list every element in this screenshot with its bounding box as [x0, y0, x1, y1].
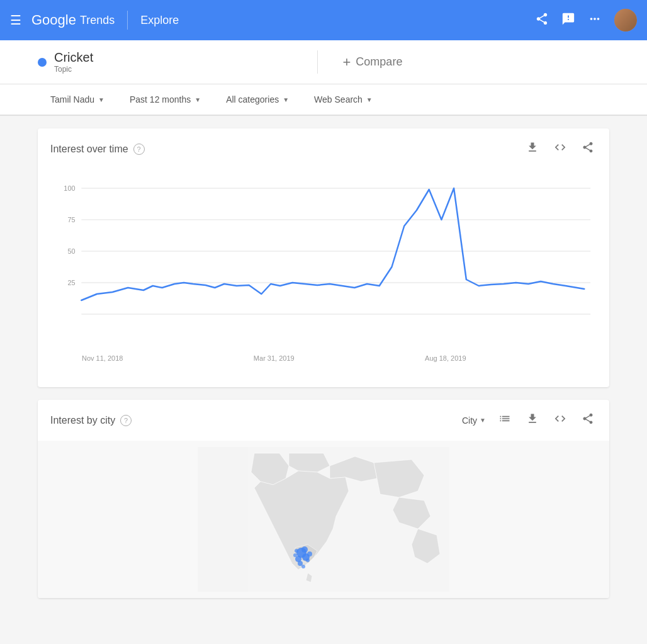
chart-area: 100 75 50 25 Nov 11, 2018 Mar 31, 2019 A… [38, 169, 609, 387]
share-chart-icon[interactable] [579, 138, 597, 159]
trend-line [81, 188, 584, 300]
search-term-type: Topic [54, 65, 93, 74]
header-explore-label: Explore [140, 14, 179, 27]
interest-by-city-actions: City ▼ [462, 410, 597, 431]
search-type-label: Web Search [314, 94, 363, 105]
city-card-title-group: Interest by city ? [50, 415, 132, 426]
logo: Google Trends [31, 12, 115, 28]
map-area [38, 441, 609, 598]
logo-trends: Trends [80, 14, 115, 27]
feedback-icon[interactable] [561, 12, 575, 29]
interest-over-time-help-icon[interactable]: ? [133, 144, 145, 155]
map-type-dropdown[interactable]: City ▼ [462, 415, 486, 426]
search-term-dot [38, 58, 47, 67]
interest-by-city-header: Interest by city ? City ▼ [38, 400, 609, 441]
search-type-arrow-icon: ▼ [366, 96, 373, 103]
time-range-filter[interactable]: Past 12 months ▼ [117, 84, 213, 115]
svg-text:100: 100 [64, 184, 75, 192]
share-icon[interactable] [535, 12, 549, 29]
svg-rect-20 [198, 447, 248, 592]
avatar-image [614, 9, 637, 31]
world-map [198, 447, 449, 592]
embed-map-icon[interactable] [551, 410, 569, 431]
svg-point-18 [301, 565, 305, 568]
filters-bar: Tamil Nadu ▼ Past 12 months ▼ All catego… [0, 84, 647, 116]
interest-over-time-actions [524, 138, 597, 159]
logo-google: Google [31, 12, 76, 28]
share-map-icon[interactable] [579, 410, 597, 431]
svg-text:50: 50 [67, 247, 75, 255]
app-header: ☰ Google Trends Explore [0, 0, 647, 40]
category-arrow-icon: ▼ [283, 96, 289, 103]
list-view-icon[interactable] [496, 410, 514, 431]
region-filter[interactable]: Tamil Nadu ▼ [38, 84, 117, 115]
interest-chart: 100 75 50 25 [50, 176, 597, 352]
category-filter[interactable]: All categories ▼ [213, 84, 301, 115]
compare-label: Compare [356, 55, 402, 69]
category-label: All categories [226, 94, 279, 105]
embed-icon[interactable] [551, 138, 569, 159]
x-label-3: Aug 18, 2019 [425, 354, 466, 362]
search-term-name: Cricket [54, 50, 93, 65]
interest-by-city-help-icon[interactable]: ? [120, 415, 132, 426]
svg-point-14 [307, 551, 312, 556]
header-right [535, 9, 637, 31]
map-type-arrow-icon: ▼ [480, 417, 486, 424]
interest-over-time-title: Interest over time [50, 144, 128, 155]
compare-section[interactable]: + Compare [330, 54, 610, 71]
compare-plus-icon: + [343, 54, 351, 71]
svg-text:75: 75 [67, 216, 75, 223]
svg-point-13 [301, 546, 308, 553]
user-avatar[interactable] [614, 9, 637, 31]
search-term-info: Cricket Topic [54, 50, 93, 74]
main-content: Interest over time ? [0, 116, 647, 611]
time-range-label: Past 12 months [130, 94, 191, 105]
region-arrow-icon: ▼ [98, 96, 104, 103]
svg-point-17 [306, 558, 310, 562]
download-map-icon[interactable] [524, 410, 541, 431]
svg-point-19 [293, 553, 297, 557]
search-term-section: Cricket Topic [38, 50, 318, 74]
time-range-arrow-icon: ▼ [194, 96, 201, 103]
chart-x-labels: Nov 11, 2018 Mar 31, 2019 Aug 18, 2019 [50, 354, 597, 362]
header-divider [127, 11, 128, 30]
x-label-1: Nov 11, 2018 [82, 354, 123, 362]
search-type-filter[interactable]: Web Search ▼ [301, 84, 385, 115]
card-title-group: Interest over time ? [50, 144, 145, 155]
interest-over-time-card: Interest over time ? [38, 128, 609, 387]
svg-point-16 [295, 549, 298, 553]
svg-point-15 [298, 561, 303, 566]
region-label: Tamil Nadu [50, 94, 94, 105]
menu-icon[interactable]: ☰ [10, 13, 21, 28]
interest-over-time-header: Interest over time ? [38, 128, 609, 169]
apps-icon[interactable] [588, 12, 602, 29]
interest-by-city-title: Interest by city [50, 415, 115, 426]
map-type-label: City [462, 415, 477, 426]
download-icon[interactable] [524, 138, 541, 159]
interest-by-city-card: Interest by city ? City ▼ [38, 400, 609, 598]
search-bar: Cricket Topic + Compare [0, 40, 647, 84]
svg-text:25: 25 [67, 279, 75, 286]
x-label-2: Mar 31, 2019 [254, 354, 295, 362]
